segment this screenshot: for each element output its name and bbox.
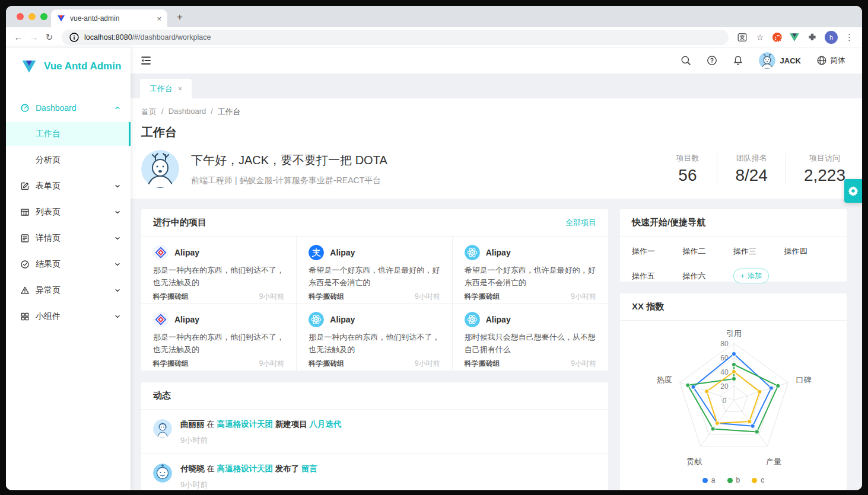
svg-text:热度: 热度 (656, 375, 672, 384)
greeting-text: 下午好，JACK，要不要打一把 DOTA (191, 152, 387, 168)
search-icon[interactable] (681, 55, 691, 66)
reload-icon[interactable]: ↻ (42, 32, 57, 43)
back-icon[interactable]: ← (11, 32, 26, 42)
legend-item-b[interactable]: b (727, 476, 740, 484)
admin-header: JACK 简体 (131, 47, 862, 74)
activity-user[interactable]: 曲丽丽 (180, 420, 206, 429)
project-name[interactable]: Alipay (486, 315, 511, 324)
activity-link[interactable]: 留言 (301, 464, 317, 473)
notification-bell-icon[interactable] (733, 55, 743, 66)
legend-item-c[interactable]: c (752, 476, 764, 484)
close-icon[interactable]: × (178, 85, 182, 93)
project-name[interactable]: Alipay (330, 248, 355, 257)
project-updated-time: 9小时前 (259, 292, 285, 302)
quick-link-操作三[interactable]: 操作三 (733, 246, 784, 257)
svg-text:20: 20 (720, 382, 729, 391)
close-tab-icon[interactable]: × (157, 14, 161, 23)
browser-profile-avatar[interactable]: h (825, 31, 838, 44)
quick-link-操作四[interactable]: 操作四 (784, 246, 835, 257)
extensions-puzzle-icon[interactable] (807, 32, 818, 43)
sidebar-subitem-工作台[interactable]: 工作台 (6, 122, 131, 146)
address-bar[interactable]: localhost:8080/#/dashboard/workplace (62, 30, 729, 45)
activity-item: 付晓晓 在 高逼格设计天团 发布了 留言 9小时前 (141, 454, 608, 490)
browser-menu-icon[interactable]: ⋮ (845, 32, 854, 43)
close-window-button[interactable] (17, 13, 24, 20)
project-tile[interactable]: Alipay那是一种内在的东西，他们到达不了，也无法触及的科学搬砖组9小时前 (141, 304, 297, 371)
breadcrumb: 首页 / Dashboard / 工作台 (141, 107, 847, 117)
project-tile[interactable]: Alipay那是一种内在的东西，他们到达不了，也无法触及的科学搬砖组9小时前 (141, 237, 297, 304)
legend-item-a[interactable]: a (702, 476, 716, 484)
browser-actions: ☆ h ⋮ (733, 31, 857, 44)
sidebar-item-结果页[interactable]: 结果页 (6, 253, 131, 276)
activity-link[interactable]: 高逼格设计天团 (217, 420, 275, 429)
project-updated-time: 9小时前 (415, 292, 440, 302)
project-name[interactable]: Alipay (486, 248, 511, 257)
menu-fold-icon[interactable] (140, 55, 152, 66)
quick-link-操作五[interactable]: 操作五 (632, 271, 683, 282)
settings-gear-button[interactable] (844, 179, 862, 203)
info-icon[interactable] (69, 32, 80, 43)
radar-legend: abc (620, 474, 847, 490)
profile-icon (20, 234, 30, 243)
minimize-window-button[interactable] (28, 13, 36, 20)
project-group-link[interactable]: 科学搬砖组 (153, 359, 189, 369)
gear-icon (847, 185, 859, 197)
project-tile[interactable]: Alipay希望是一个好东西，也许是最好的，好东西是不会消亡的科学搬砖组9小时前 (297, 237, 452, 304)
quick-link-操作六[interactable]: 操作六 (683, 271, 734, 282)
project-group-link[interactable]: 科学搬砖组 (309, 359, 344, 369)
project-name[interactable]: Alipay (330, 315, 355, 324)
project-tile[interactable]: Alipay那是一种内在的东西，他们到达不了，也无法触及的科学搬砖组9小时前 (297, 304, 452, 371)
project-group-link[interactable]: 科学搬砖组 (153, 292, 189, 302)
project-tile-head: Alipay (465, 312, 596, 327)
project-group-link[interactable]: 科学搬砖组 (465, 359, 500, 369)
bookmark-star-icon[interactable]: ☆ (755, 32, 765, 43)
project-name[interactable]: Alipay (174, 315, 199, 324)
sidebar-item-表单页[interactable]: 表单页 (6, 174, 131, 198)
activity-link[interactable]: 八月迭代 (310, 420, 342, 429)
all-projects-link[interactable]: 全部项目 (565, 218, 596, 228)
project-name[interactable]: Alipay (174, 248, 199, 257)
quick-nav-card: 快速开始/便捷导航 操作一操作二操作三操作四操作五操作六+添加 (620, 209, 847, 282)
page-tab-workplace[interactable]: 工作台 × (140, 79, 192, 98)
new-tab-button[interactable]: + (177, 11, 183, 23)
project-footer: 科学搬砖组9小时前 (309, 292, 440, 302)
fullscreen-window-button[interactable] (40, 13, 47, 20)
svg-text:产量: 产量 (766, 457, 781, 466)
project-tile[interactable]: Alipay希望是一个好东西，也许是最好的，好东西是不会消亡的科学搬砖组9小时前 (453, 237, 608, 304)
translate-icon[interactable] (737, 32, 748, 43)
project-tile[interactable]: Alipay那时候我只会想自己想要什么，从不想自己拥有什么科学搬砖组9小时前 (453, 304, 608, 371)
browser-tab-title: vue-antd-admin (70, 14, 152, 23)
app-logo[interactable]: Vue Antd Admin (6, 47, 131, 85)
sidebar-item-详情页[interactable]: 详情页 (6, 226, 131, 250)
browser-tab[interactable]: vue-antd-admin × (51, 9, 167, 27)
legend-dot (752, 478, 757, 483)
activity-text-segment: 在 (206, 464, 217, 473)
forward-icon[interactable]: → (26, 32, 42, 42)
sidebar-subitem-分析页[interactable]: 分析页 (6, 148, 131, 172)
radar-card: XX 指数 020406080引用口碑产量贡献热度 abc (620, 293, 847, 490)
sidebar-item-列表页[interactable]: 列表页 (6, 200, 131, 224)
quick-link-操作二[interactable]: 操作二 (683, 246, 734, 257)
sidebar-item-异常页[interactable]: 异常页 (6, 279, 131, 302)
sidebar-item-label: 列表页 (36, 207, 61, 218)
help-icon[interactable] (707, 55, 717, 66)
activity-user[interactable]: 付晓晓 (180, 464, 206, 473)
url-host: localhost:8080 (84, 33, 132, 41)
add-quick-link-button[interactable]: +添加 (733, 269, 769, 283)
breadcrumb-dashboard[interactable]: Dashboard (168, 107, 206, 117)
activity-time: 9小时前 (180, 435, 342, 446)
user-menu[interactable]: JACK (759, 52, 801, 69)
project-group-link[interactable]: 科学搬砖组 (309, 292, 344, 302)
language-switcher[interactable]: 简体 (816, 55, 845, 66)
breadcrumb-separator: / (161, 107, 164, 117)
stat-project-visits: 项目访问 2,223 (786, 153, 847, 185)
extension-orange-icon[interactable] (772, 33, 782, 42)
project-group-link[interactable]: 科学搬砖组 (465, 292, 500, 302)
project-description: 希望是一个好东西，也许是最好的，好东西是不会消亡的 (309, 264, 440, 289)
sidebar-item-Dashboard[interactable]: Dashboard (6, 96, 131, 120)
activity-link[interactable]: 高逼格设计天团 (217, 464, 275, 473)
vue-devtools-icon[interactable] (789, 32, 800, 43)
sidebar-item-小组件[interactable]: 小组件 (6, 305, 131, 328)
breadcrumb-home[interactable]: 首页 (141, 107, 157, 117)
quick-link-操作一[interactable]: 操作一 (632, 246, 683, 257)
